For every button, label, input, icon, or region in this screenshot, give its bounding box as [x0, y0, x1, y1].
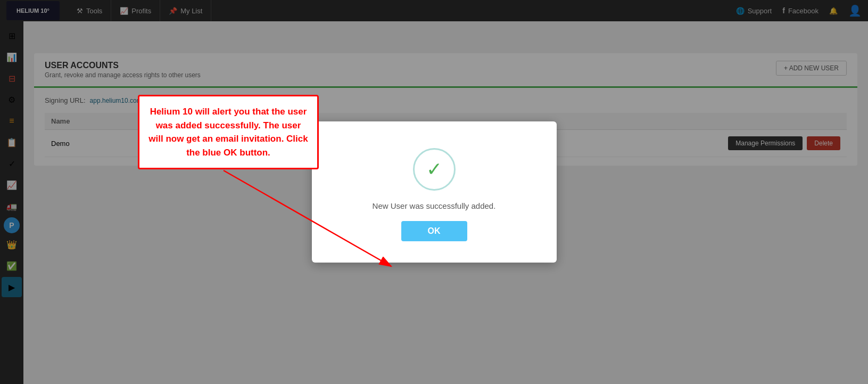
modal-message: New User was successfully added. — [373, 201, 496, 210]
modal-overlay: ✓ New User was successfully added. OK — [0, 0, 868, 384]
success-modal: ✓ New User was successfully added. OK — [312, 121, 557, 263]
success-circle: ✓ — [413, 148, 456, 191]
checkmark-icon: ✓ — [426, 160, 442, 179]
annotation-text: Helium 10 will alert you that the user w… — [148, 105, 309, 159]
annotation-box: Helium 10 will alert you that the user w… — [138, 95, 319, 169]
ok-button[interactable]: OK — [401, 221, 467, 241]
